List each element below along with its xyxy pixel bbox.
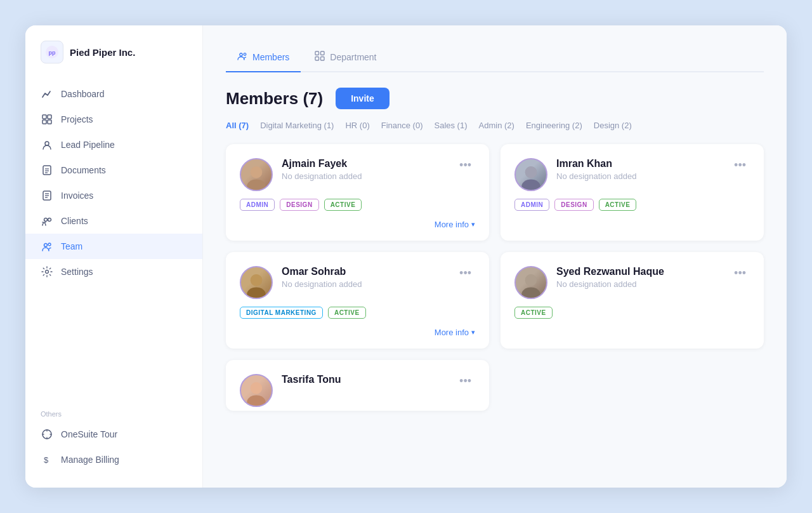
member-menu-omar[interactable]: ••• — [455, 266, 475, 280]
sidebar-item-settings[interactable]: Settings — [25, 259, 202, 284]
svg-rect-3 — [48, 115, 51, 119]
member-info: Ajmain Fayek No designation added — [282, 158, 447, 181]
filter-all[interactable]: All (7) — [226, 121, 249, 130]
member-tags: DIGITAL MARKETING ACTIVE — [240, 307, 475, 319]
filter-admin[interactable]: Admin (2) — [479, 121, 514, 130]
svg-point-36 — [521, 179, 540, 191]
member-info: Syed Rezwanul Haque No designation added — [556, 266, 721, 289]
app-container: pp Pied Piper Inc. Dashboard — [25, 25, 787, 488]
member-menu-imran[interactable]: ••• — [730, 158, 750, 172]
sidebar-item-team[interactable]: Team — [25, 234, 202, 259]
svg-rect-29 — [321, 51, 325, 55]
filter-sales[interactable]: Sales (1) — [434, 121, 467, 130]
tag-design: DESIGN — [554, 199, 593, 211]
member-menu-syed[interactable]: ••• — [730, 266, 750, 280]
settings-icon — [41, 265, 53, 278]
filter-finance[interactable]: Finance (0) — [381, 121, 423, 130]
sidebar-item-dashboard[interactable]: Dashboard — [25, 81, 202, 107]
page-title: Members (7) — [226, 89, 323, 109]
svg-point-34 — [251, 166, 262, 178]
member-card-header: Ajmain Fayek No designation added ••• — [240, 158, 475, 191]
tag-admin: ADMIN — [514, 199, 549, 211]
invoices-icon — [41, 189, 53, 202]
svg-point-39 — [247, 287, 266, 299]
svg-rect-30 — [315, 57, 319, 61]
member-card-header: Imran Khan No designation added ••• — [514, 158, 750, 191]
more-info-row: More info ▾ — [240, 220, 475, 229]
filter-engineering[interactable]: Engineering (2) — [526, 121, 582, 130]
member-tags: ADMIN DESIGN ACTIVE — [240, 199, 475, 211]
page-header: Members (7) Invite — [226, 88, 764, 109]
svg-rect-28 — [315, 51, 319, 55]
svg-point-46 — [251, 382, 262, 394]
sidebar-item-projects[interactable]: Projects — [25, 107, 202, 132]
member-menu-tasrifa[interactable]: ••• — [455, 374, 475, 388]
sidebar-item-label: Team — [61, 241, 82, 251]
svg-text:$: $ — [44, 455, 49, 465]
sidebar-item-lead-pipeline[interactable]: Lead Pipeline — [25, 132, 202, 157]
svg-rect-5 — [48, 120, 51, 124]
tab-label: Department — [330, 52, 376, 62]
sidebar-item-clients[interactable]: Clients — [25, 208, 202, 234]
sidebar-item-label: Dashboard — [61, 89, 105, 99]
brand-name: Pied Piper Inc. — [70, 47, 135, 58]
svg-point-45 — [247, 395, 266, 407]
member-card-imran: Imran Khan No designation added ••• ADMI… — [501, 144, 764, 241]
avatar-tasrifa — [240, 374, 273, 407]
svg-rect-7 — [43, 166, 51, 175]
filter-hr[interactable]: HR (0) — [345, 121, 369, 130]
filter-digital-marketing[interactable]: Digital Marketing (1) — [260, 121, 334, 130]
sidebar-item-documents[interactable]: Documents — [25, 157, 202, 183]
avatar-imran — [514, 158, 547, 191]
sidebar-item-onesuite-tour[interactable]: OneSuite Tour — [25, 422, 202, 447]
chevron-down-icon: ▾ — [471, 328, 475, 336]
sidebar-item-label: Settings — [61, 267, 93, 277]
member-info: Imran Khan No designation added — [556, 158, 721, 181]
member-card-syed: Syed Rezwanul Haque No designation added… — [501, 252, 764, 349]
sidebar-item-label: Invoices — [61, 190, 93, 201]
svg-rect-31 — [321, 57, 325, 61]
member-name: Omar Sohrab — [282, 266, 447, 277]
svg-point-37 — [525, 166, 537, 178]
svg-rect-2 — [43, 115, 46, 119]
svg-point-18 — [48, 243, 51, 246]
member-designation: No designation added — [282, 171, 447, 181]
tag-admin: ADMIN — [240, 199, 275, 211]
avatar-omar — [240, 266, 273, 299]
member-card-ajmain: Ajmain Fayek No designation added ••• AD… — [226, 144, 489, 241]
sidebar-item-label: OneSuite Tour — [61, 429, 117, 439]
member-card-tasrifa: Tasrifa Tonu ••• — [226, 360, 489, 411]
more-info-button-omar[interactable]: More info ▾ — [435, 328, 475, 337]
tag-active: ACTIVE — [328, 307, 366, 319]
sidebar-item-manage-billing[interactable]: $ Manage Billing — [25, 447, 202, 472]
svg-point-16 — [48, 218, 51, 222]
tab-members[interactable]: Members — [226, 46, 301, 72]
invite-button[interactable]: Invite — [336, 88, 390, 109]
filter-design[interactable]: Design (2) — [594, 121, 632, 130]
sidebar-item-invoices[interactable]: Invoices — [25, 183, 202, 208]
tag-digital-marketing: DIGITAL MARKETING — [240, 307, 323, 319]
member-designation: No designation added — [556, 279, 721, 289]
member-tags: ACTIVE — [514, 307, 750, 319]
department-tab-icon — [315, 51, 325, 63]
member-card-omar: Omar Sohrab No designation added ••• DIG… — [226, 252, 489, 349]
sidebar-item-label: Lead Pipeline — [61, 140, 115, 150]
projects-icon — [41, 113, 53, 126]
tabs-bar: Members Department — [226, 46, 764, 72]
member-name: Imran Khan — [556, 158, 721, 170]
members-grid: Ajmain Fayek No designation added ••• AD… — [226, 144, 764, 411]
member-designation: No designation added — [282, 279, 447, 289]
brand: pp Pied Piper Inc. — [25, 41, 202, 81]
more-info-button-ajmain[interactable]: More info ▾ — [435, 220, 475, 229]
svg-rect-4 — [43, 120, 46, 124]
others-label: Others — [25, 397, 202, 422]
tag-active: ACTIVE — [324, 199, 362, 211]
member-menu-ajmain[interactable]: ••• — [455, 158, 475, 172]
lead-pipeline-icon — [41, 138, 53, 151]
tag-active: ACTIVE — [599, 199, 637, 211]
member-info: Tasrifa Tonu — [282, 374, 447, 387]
member-designation: No designation added — [556, 171, 721, 181]
svg-point-17 — [44, 244, 48, 247]
tab-department[interactable]: Department — [303, 46, 388, 72]
sidebar: pp Pied Piper Inc. Dashboard — [25, 25, 203, 488]
